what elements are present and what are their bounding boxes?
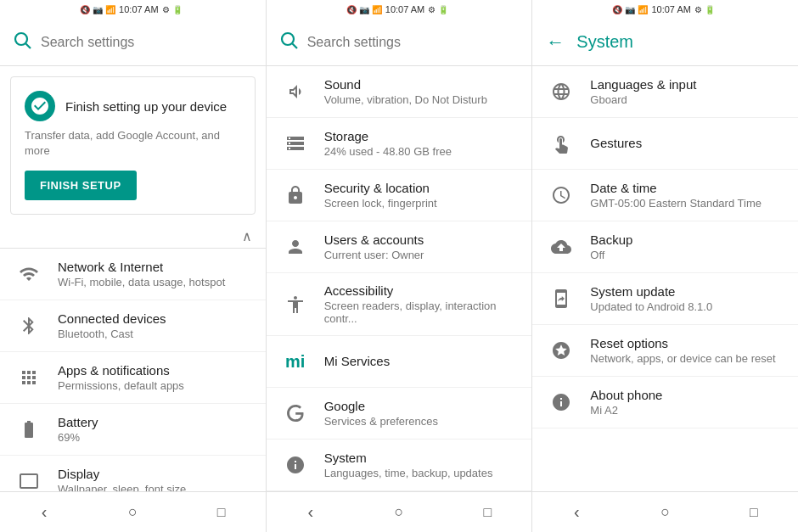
google-icon [280,398,311,428]
google-text: Google Services & preferences [324,399,519,428]
datetime-subtitle: GMT-05:00 Eastern Standard Time [590,197,784,210]
search-bar-2[interactable] [267,19,532,66]
mi-text: Mi Services [324,354,519,370]
time-1: 10:07 AM [119,4,158,14]
home-button-2[interactable]: ○ [386,500,412,525]
panel-2: Sound Volume, vibration, Do Not Disturb … [267,19,533,491]
setting-item-datetime[interactable]: Date & time GMT-05:00 Eastern Standard T… [532,170,798,221]
users-icon [280,232,311,262]
home-button-3[interactable]: ○ [653,500,678,525]
svg-point-0 [15,33,27,45]
setting-item-network[interactable]: Network & Internet Wi-Fi, mobile, data u… [0,249,266,300]
languages-text: Languages & input Gboard [590,77,784,106]
status-bar-1: 🔇 📷 📶 10:07 AM ⚙ 🔋 [0,0,267,19]
accessibility-title: Accessibility [324,283,519,298]
sound-icon [280,76,311,107]
backup-title: Backup [590,232,784,247]
setting-item-accessibility[interactable]: Accessibility Screen readers, display, i… [267,273,532,336]
system-page-title: System [576,32,633,52]
display-text: Display Wallpaper, sleep, font size [58,467,252,491]
system-info-icon [280,450,311,480]
security-subtitle: Screen lock, fingerprint [324,197,519,210]
apps-title: Apps & notifications [58,363,252,378]
search-input-2[interactable] [307,35,520,50]
recents-button-1[interactable]: □ [209,500,234,525]
setting-item-system[interactable]: System Languages, time, backup, updates [267,440,532,491]
gestures-icon [546,128,576,159]
status-icons-2: 🔇 📷 📶 [346,5,382,14]
reset-text: Reset options Network, apps, or device c… [590,336,784,365]
setting-item-google[interactable]: Google Services & preferences [267,388,532,440]
setting-item-reset[interactable]: Reset options Network, apps, or device c… [532,325,798,377]
status-icons-1: 🔇 📷 📶 [80,5,115,14]
panels: Finish setting up your device Transfer d… [0,19,798,491]
panel-1: Finish setting up your device Transfer d… [0,19,267,491]
setup-icon [25,91,55,121]
setting-item-about[interactable]: About phone Mi A2 [532,377,798,428]
setting-item-storage[interactable]: Storage 24% used - 48.80 GB free [267,118,532,170]
users-text: Users & accounts Current user: Owner [324,232,519,261]
svg-point-2 [282,33,294,45]
setting-item-users[interactable]: Users & accounts Current user: Owner [267,221,532,273]
reset-icon [546,335,576,366]
finish-setup-button[interactable]: FINISH SETUP [25,171,137,200]
search-bar-1[interactable] [0,19,266,66]
connected-text: Connected devices Bluetooth, Cast [58,311,252,340]
languages-title: Languages & input [590,77,784,92]
security-icon [280,180,311,210]
back-button-3[interactable]: ‹ [564,500,589,525]
time-3: 10:07 AM [651,4,690,14]
sysupdate-subtitle: Updated to Android 8.1.0 [590,300,784,313]
status-icons-3: 🔇 📷 📶 [612,5,648,14]
bottom-nav-3: ‹ ○ □ [532,492,798,532]
recents-button-2[interactable]: □ [475,500,500,525]
network-title: Network & Internet [58,260,252,274]
setting-item-sysupdate[interactable]: System update Updated to Android 8.1.0 [532,273,798,325]
storage-title: Storage [324,129,519,143]
setup-card: Finish setting up your device Transfer d… [10,76,256,215]
bottom-navs: ‹ ○ □ ‹ ○ □ ‹ ○ □ [0,491,798,532]
recents-button-3[interactable]: □ [741,500,767,525]
setting-item-connected[interactable]: Connected devices Bluetooth, Cast [0,300,266,352]
system-subtitle: Languages, time, backup, updates [324,467,519,479]
about-subtitle: Mi A2 [590,404,784,417]
backup-text: Backup Off [590,232,784,261]
back-arrow-icon[interactable]: ← [546,31,565,53]
battery-title: Battery [58,415,252,429]
about-title: About phone [590,388,784,402]
sound-text: Sound Volume, vibration, Do Not Disturb [324,77,519,106]
mi-icon: mi [280,346,311,377]
globe-icon [546,76,576,107]
sysupdate-text: System update Updated to Android 8.1.0 [590,284,784,313]
setting-item-languages[interactable]: Languages & input Gboard [532,66,798,118]
setting-item-mi[interactable]: mi Mi Services [267,336,532,388]
collapse-button[interactable]: ∧ [0,225,266,249]
chevron-up-icon: ∧ [242,228,252,244]
search-input-1[interactable] [41,35,254,50]
battery-text: Battery 69% [58,415,252,444]
apps-text: Apps & notifications Permissions, defaul… [58,363,252,392]
system-title: System [324,451,519,465]
bluetooth-icon [14,311,44,341]
setting-item-backup[interactable]: Backup Off [532,221,798,273]
setting-item-battery[interactable]: Battery 69% [0,404,266,456]
status-bar-2: 🔇 📷 📶 10:07 AM ⚙ 🔋 [267,0,533,19]
languages-subtitle: Gboard [590,93,784,106]
reset-subtitle: Network, apps, or device can be reset [590,352,784,365]
home-button-1[interactable]: ○ [120,500,145,525]
setting-item-security[interactable]: Security & location Screen lock, fingerp… [267,170,532,221]
back-button-1[interactable]: ‹ [31,500,57,525]
setting-item-apps[interactable]: Apps & notifications Permissions, defaul… [0,352,266,404]
reset-title: Reset options [590,336,784,350]
clock-icon [546,180,576,210]
network-subtitle: Wi-Fi, mobile, data usage, hotspot [58,276,252,288]
about-icon [546,387,576,417]
svg-line-1 [26,44,31,49]
back-button-2[interactable]: ‹ [298,500,323,525]
security-text: Security & location Screen lock, fingerp… [324,181,519,210]
setting-item-display[interactable]: Display Wallpaper, sleep, font size [0,456,266,491]
setting-item-sound[interactable]: Sound Volume, vibration, Do Not Disturb [267,66,532,118]
setting-item-gestures[interactable]: Gestures [532,118,798,170]
search-icon-1 [12,30,32,54]
svg-line-3 [292,44,297,49]
